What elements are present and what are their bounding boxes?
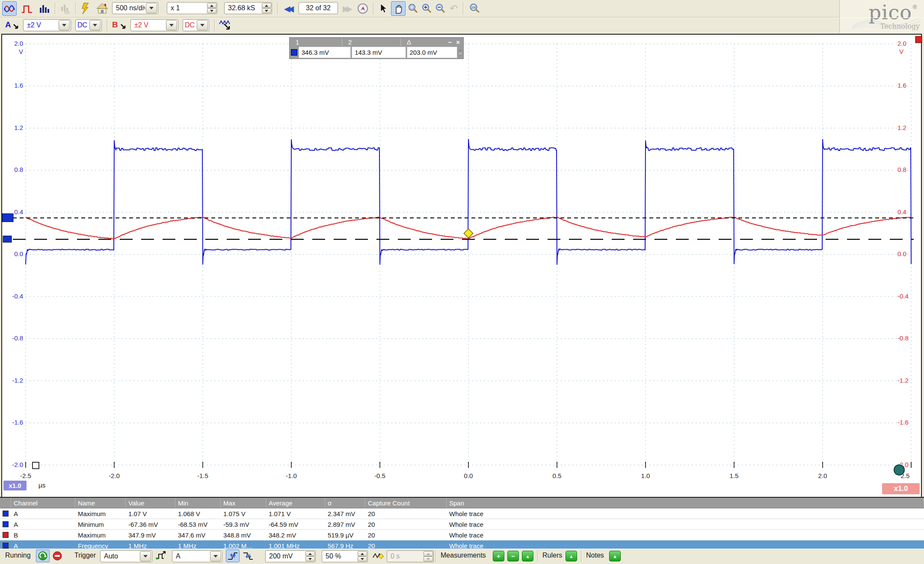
x-ruler-handle[interactable]	[33, 462, 39, 469]
ruler2-handle[interactable]	[3, 236, 12, 242]
y-axis-label-right: -0.4	[897, 292, 918, 300]
zoom-box-icon	[408, 3, 418, 14]
cell-sigma: 2.347 mV	[325, 510, 365, 517]
x-axis-label: -2.0	[101, 472, 127, 479]
trigger-marker[interactable]	[464, 229, 473, 238]
persistence-mode-button[interactable]	[58, 1, 73, 16]
notes-label: Notes	[586, 552, 604, 559]
pre-trigger-down[interactable]	[358, 556, 367, 561]
trigger-mode-select[interactable]: Auto	[100, 550, 152, 562]
zoom-multiplier-down[interactable]	[207, 8, 216, 13]
ruler-legend-close-button[interactable]: ×	[456, 38, 460, 46]
ruler-lock-button[interactable]	[457, 47, 463, 58]
advanced-trigger-button[interactable]	[154, 549, 168, 562]
trigger-mode-arrow[interactable]	[140, 551, 151, 561]
statusbar-separator	[435, 550, 436, 562]
buffer-first-button[interactable]: ◀◀	[281, 1, 297, 16]
toolbar-separator	[463, 3, 463, 15]
auto-setup-button[interactable]	[79, 1, 93, 16]
x-axis-unit: µs	[38, 481, 45, 489]
waveform-generator-button[interactable]	[218, 18, 233, 32]
zoom-out-tool[interactable]	[434, 1, 447, 16]
buffer-next-button[interactable]: ▶▶	[339, 1, 355, 16]
trigger-delay-up[interactable]	[424, 551, 433, 556]
zoom-multiplier-up[interactable]	[207, 3, 216, 8]
stop-capture-button[interactable]	[50, 549, 64, 562]
notes-panel-toggle[interactable]: ▲	[609, 551, 621, 561]
trigger-source-value: A	[172, 552, 209, 560]
trigger-delay-down[interactable]	[424, 556, 433, 561]
right-axis-scale-badge[interactable]: x1.0	[882, 483, 920, 494]
measurement-row[interactable]: A Maximum 1.07 V 1.068 V 1.075 V 1.071 V…	[0, 508, 924, 519]
channel-b-coupling-arrow[interactable]	[197, 20, 208, 30]
buffer-position-box[interactable]: 32 of 32	[299, 2, 338, 14]
trigger-delay-spinner[interactable]: 0 s	[387, 550, 434, 562]
sample-count-down[interactable]	[262, 8, 271, 13]
channel-b-options-arrow-icon[interactable]	[120, 24, 127, 30]
zoom-multiplier-spinner[interactable]: x 1	[167, 2, 217, 14]
trigger-source-arrow[interactable]	[210, 551, 221, 561]
trigger-level-down[interactable]	[305, 556, 315, 561]
falling-edge-button[interactable]	[241, 549, 255, 562]
left-axis-scale-badge[interactable]: x1.0	[3, 481, 27, 490]
y-axis-label-left: 1.6	[3, 82, 23, 89]
trigger-delay-button[interactable]	[371, 549, 385, 562]
scope-sine-icon	[3, 3, 15, 15]
channel-b-range-arrow[interactable]	[166, 20, 177, 30]
normal-selection-tool[interactable]	[377, 1, 390, 16]
sample-count-spinner[interactable]: 32.68 kS	[224, 2, 272, 14]
pre-trigger-spinner[interactable]: 50 %	[322, 550, 368, 562]
timebase-dropdown-arrow[interactable]	[146, 3, 157, 13]
rising-edge-button[interactable]	[226, 549, 240, 562]
channel-a-coupling-arrow[interactable]	[89, 20, 101, 30]
channel-a-range-select[interactable]: ±2 V	[23, 19, 71, 31]
trigger-view-button[interactable]	[20, 1, 34, 16]
timebase-select[interactable]: 500 ns/div	[112, 2, 158, 14]
cell-min: 1 MHz	[175, 542, 221, 549]
time-ruler-handle[interactable]	[894, 464, 905, 475]
rulers-panel-toggle[interactable]: ▲	[566, 551, 577, 561]
trigger-source-select[interactable]: A	[172, 550, 222, 562]
spectrum-view-button[interactable]	[37, 1, 52, 16]
measurement-row[interactable]: B Maximum 347.9 mV 347.6 mV 348.8 mV 348…	[0, 530, 924, 540]
channel-a-options-arrow-icon[interactable]	[13, 24, 20, 30]
home-button[interactable]	[95, 1, 110, 16]
trigger-level-spinner[interactable]: 200 mV	[265, 550, 316, 562]
channel-a-coupling-select[interactable]: DC	[75, 19, 102, 31]
ruler-legend-box[interactable]: 1 2 Δ − × 346.3 mV 143.3 mV 203.0 mV	[289, 37, 464, 59]
toolbar-separator	[214, 19, 215, 31]
channel-a-label: A	[5, 20, 11, 30]
channel-b-coupling-select[interactable]: DC	[183, 19, 209, 31]
ruler-legend-minimize-button[interactable]: −	[448, 38, 452, 46]
trigger-level-up[interactable]	[305, 551, 315, 556]
y-axis-label-right: 1.6	[897, 82, 918, 89]
sample-count-up[interactable]	[262, 3, 271, 8]
marquee-zoom-tool[interactable]	[406, 1, 419, 16]
waveform-canvas[interactable]	[0, 33, 924, 497]
channel-marker	[0, 532, 11, 538]
pre-trigger-up[interactable]	[358, 551, 367, 556]
zoom-100-button[interactable]: 100	[467, 1, 482, 16]
channel-a-range-arrow[interactable]	[59, 20, 70, 30]
channel-b-range-select[interactable]: ±2 V	[130, 19, 178, 31]
ruler-legend-col2: 2	[342, 38, 400, 46]
buffer-navigator-button[interactable]	[356, 1, 370, 16]
ruler-delta-value: 203.0 mV	[407, 47, 457, 58]
add-measurement-button[interactable]: +	[493, 551, 504, 561]
hand-icon	[393, 3, 403, 14]
remove-measurement-button[interactable]: −	[507, 551, 519, 561]
channel-marker	[0, 511, 11, 517]
start-capture-button[interactable]	[36, 549, 50, 562]
scope-view-button[interactable]	[2, 1, 17, 16]
cell-name: Frequency	[75, 542, 126, 549]
measurement-row[interactable]: A Minimum -67.36 mV -68.53 mV -59.3 mV -…	[0, 519, 924, 530]
ruler-legend-header: 1 2 Δ − ×	[290, 38, 463, 47]
zoom-in-tool[interactable]	[420, 1, 433, 16]
hand-tool[interactable]	[391, 1, 406, 16]
channel-marker	[0, 521, 11, 527]
zoom-100-icon: 100	[469, 3, 480, 14]
spectrum-bars-icon	[38, 3, 50, 15]
undo-zoom-button[interactable]: ↶	[447, 1, 460, 16]
measurements-panel-toggle[interactable]: ▲	[522, 551, 533, 561]
measurements-header-row: Channel Name Value Min Max Average σ Cap…	[0, 498, 924, 508]
